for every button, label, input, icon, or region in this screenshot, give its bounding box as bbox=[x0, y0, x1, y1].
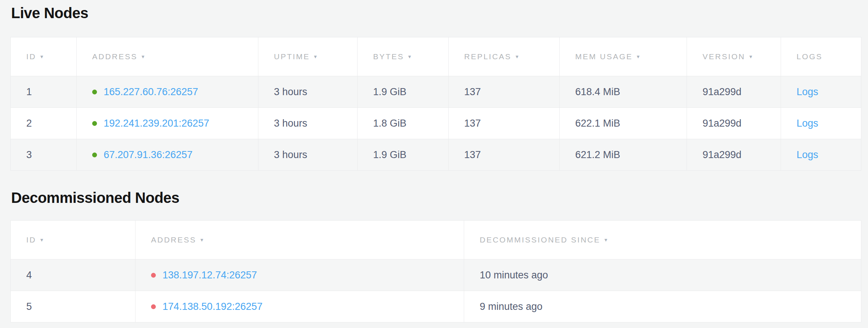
node-address-link[interactable]: 138.197.12.74:26257 bbox=[162, 270, 257, 281]
column-header-uptime[interactable]: UPTIME▾ bbox=[258, 37, 358, 76]
live-status-dot-icon bbox=[92, 121, 97, 126]
node-logs-link[interactable]: Logs bbox=[797, 149, 818, 160]
column-header-label: UPTIME bbox=[274, 52, 310, 61]
column-header-label: REPLICAS bbox=[464, 52, 512, 61]
logs-cell: Logs bbox=[781, 108, 861, 139]
node-logs-link[interactable]: Logs bbox=[797, 86, 818, 97]
column-header-mem-usage[interactable]: MEM USAGE▾ bbox=[560, 37, 687, 76]
id-cell: 2 bbox=[11, 108, 77, 139]
uptime-cell: 3 hours bbox=[258, 139, 358, 171]
column-header-id[interactable]: ID▾ bbox=[11, 37, 77, 76]
decommissioned-since-cell: 10 minutes ago bbox=[464, 260, 861, 291]
sort-arrow-icon: ▾ bbox=[637, 53, 641, 60]
decommissioned-status-dot-icon bbox=[151, 273, 156, 278]
live-status-dot-icon bbox=[92, 153, 97, 157]
bytes-cell: 1.9 GiB bbox=[358, 139, 449, 171]
column-header-address[interactable]: ADDRESS▾ bbox=[135, 221, 464, 260]
node-address-link[interactable]: 67.207.91.36:26257 bbox=[104, 149, 192, 160]
live-status-dot-icon bbox=[92, 90, 97, 94]
sort-arrow-icon: ▾ bbox=[40, 53, 44, 60]
nodes-page: Live Nodes ID▾ ADDRESS▾ UPTIME▾ bbox=[10, 4, 861, 322]
table-row: 367.207.91.36:262573 hours1.9 GiB137621.… bbox=[11, 139, 861, 171]
column-header-address[interactable]: ADDRESS▾ bbox=[77, 37, 258, 76]
column-header-label: ID bbox=[26, 52, 36, 61]
node-address-link[interactable]: 174.138.50.192:26257 bbox=[162, 301, 262, 312]
sort-arrow-icon: ▾ bbox=[201, 237, 205, 243]
address-cell: 138.197.12.74:26257 bbox=[135, 260, 464, 291]
decommissioned-nodes-title: Decommissioned Nodes bbox=[11, 189, 861, 206]
table-row: 1165.227.60.76:262573 hours1.9 GiB137618… bbox=[11, 76, 861, 108]
mem-usage-cell: 622.1 MiB bbox=[560, 108, 687, 139]
table-row: 4138.197.12.74:2625710 minutes ago bbox=[11, 260, 861, 291]
column-header-label: ADDRESS bbox=[92, 52, 138, 61]
bytes-cell: 1.8 GiB bbox=[358, 108, 449, 139]
uptime-cell: 3 hours bbox=[258, 76, 358, 108]
bytes-cell: 1.9 GiB bbox=[358, 76, 449, 108]
column-header-decommissioned-since[interactable]: DECOMMISSIONED SINCE▾ bbox=[464, 221, 861, 260]
address-cell: 165.227.60.76:26257 bbox=[77, 76, 258, 108]
column-header-logs: LOGS bbox=[781, 37, 861, 76]
id-cell: 1 bbox=[11, 76, 77, 108]
decommissioned-since-cell: 9 minutes ago bbox=[464, 291, 861, 322]
replicas-cell: 137 bbox=[449, 139, 560, 171]
column-header-label: BYTES bbox=[373, 52, 404, 61]
address-cell: 192.241.239.201:26257 bbox=[77, 108, 258, 139]
decommissioned-status-dot-icon bbox=[151, 304, 156, 309]
replicas-cell: 137 bbox=[449, 76, 560, 108]
id-cell: 4 bbox=[11, 260, 135, 291]
version-cell: 91a299d bbox=[687, 139, 781, 171]
sort-arrow-icon: ▾ bbox=[750, 53, 754, 60]
column-header-label: LOGS bbox=[797, 52, 822, 61]
column-header-replicas[interactable]: REPLICAS▾ bbox=[449, 37, 560, 76]
version-cell: 91a299d bbox=[687, 76, 781, 108]
sort-arrow-icon: ▾ bbox=[40, 237, 44, 243]
sort-arrow-icon: ▾ bbox=[142, 53, 146, 60]
id-cell: 5 bbox=[11, 291, 135, 322]
node-address-link[interactable]: 192.241.239.201:26257 bbox=[104, 118, 209, 129]
logs-cell: Logs bbox=[781, 76, 861, 108]
id-cell: 3 bbox=[11, 139, 77, 171]
sort-arrow-icon: ▾ bbox=[516, 53, 520, 60]
column-header-id[interactable]: ID▾ bbox=[11, 221, 135, 260]
live-nodes-title: Live Nodes bbox=[11, 4, 861, 21]
table-row: 5174.138.50.192:262579 minutes ago bbox=[11, 291, 861, 322]
column-header-bytes[interactable]: BYTES▾ bbox=[358, 37, 449, 76]
mem-usage-cell: 621.2 MiB bbox=[560, 139, 687, 171]
column-header-label: ADDRESS bbox=[151, 235, 197, 244]
logs-cell: Logs bbox=[781, 139, 861, 171]
column-header-label: ID bbox=[26, 235, 36, 244]
column-header-version[interactable]: VERSION▾ bbox=[687, 37, 781, 76]
decommissioned-nodes-table: ID▾ ADDRESS▾ DECOMMISSIONED SINCE▾ 4138.… bbox=[10, 220, 861, 322]
sort-arrow-icon: ▾ bbox=[314, 53, 318, 60]
column-header-label: MEM USAGE bbox=[575, 52, 633, 61]
node-address-link[interactable]: 165.227.60.76:26257 bbox=[104, 86, 198, 97]
live-nodes-table: ID▾ ADDRESS▾ UPTIME▾ BYTES▾ REPLICAS▾ ME… bbox=[10, 37, 861, 171]
table-row: 2192.241.239.201:262573 hours1.8 GiB1376… bbox=[11, 108, 861, 139]
uptime-cell: 3 hours bbox=[258, 108, 358, 139]
column-header-label: DECOMMISSIONED SINCE bbox=[480, 235, 600, 244]
mem-usage-cell: 618.4 MiB bbox=[560, 76, 687, 108]
sort-arrow-icon: ▾ bbox=[408, 53, 412, 60]
version-cell: 91a299d bbox=[687, 108, 781, 139]
sort-arrow-icon: ▾ bbox=[604, 237, 609, 243]
address-cell: 174.138.50.192:26257 bbox=[135, 291, 464, 322]
live-nodes-header-row: ID▾ ADDRESS▾ UPTIME▾ BYTES▾ REPLICAS▾ ME… bbox=[11, 37, 861, 76]
column-header-label: VERSION bbox=[703, 52, 745, 61]
node-logs-link[interactable]: Logs bbox=[797, 118, 818, 129]
address-cell: 67.207.91.36:26257 bbox=[77, 139, 258, 171]
replicas-cell: 137 bbox=[449, 108, 560, 139]
decommissioned-nodes-header-row: ID▾ ADDRESS▾ DECOMMISSIONED SINCE▾ bbox=[11, 221, 861, 260]
